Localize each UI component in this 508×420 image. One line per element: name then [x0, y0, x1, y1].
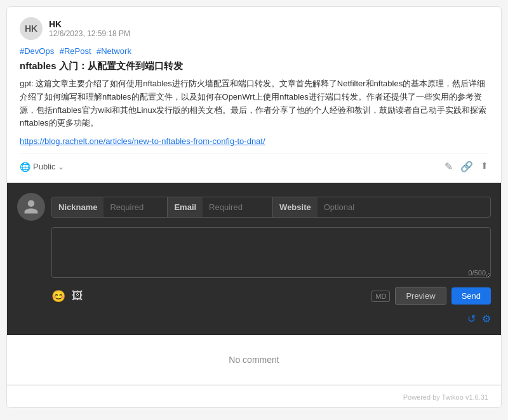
website-field-group: Website — [273, 197, 381, 217]
globe-icon: 🌐 — [20, 162, 30, 172]
tags-row: #DevOps #RePost #Network — [20, 45, 488, 56]
website-input[interactable] — [318, 197, 381, 217]
toolbar-row: 😊 🖼 MD Preview Send — [51, 287, 491, 305]
footer-section: Powered by Twikoo v1.6.31 — [7, 385, 501, 407]
main-container: HK HK 12/6/2023, 12:59:18 PM #DevOps #Re… — [6, 6, 502, 408]
tag-devops[interactable]: #DevOps — [20, 46, 54, 56]
emoji-icon[interactable]: 😊 — [51, 289, 65, 303]
edit-icon[interactable]: ✎ — [444, 161, 453, 173]
nickname-label: Nickname — [52, 197, 104, 217]
email-input[interactable] — [203, 197, 272, 217]
visibility-badge[interactable]: 🌐 Public ⌄ — [20, 162, 64, 172]
author-name: HK — [49, 19, 130, 29]
share-icon[interactable]: ⬆ — [481, 161, 488, 173]
comment-fields-row: Nickname Email Website — [17, 193, 491, 221]
comment-avatar — [17, 193, 45, 221]
footer-text: Powered by Twikoo v1.6.31 — [403, 393, 488, 401]
textarea-wrapper: 0/500 — [51, 227, 491, 280]
refresh-icon[interactable]: ↺ — [467, 313, 476, 325]
tag-repost[interactable]: #RePost — [60, 46, 91, 56]
visibility-row: 🌐 Public ⌄ ✎ 🔗 ⬆ — [20, 154, 488, 173]
no-comment-text: No comment — [229, 355, 279, 365]
website-label: Website — [273, 197, 318, 217]
comment-textarea[interactable] — [51, 227, 491, 278]
link-icon[interactable]: 🔗 — [460, 161, 473, 173]
email-field-group: Email — [168, 197, 273, 217]
gear-icon[interactable]: ⚙ — [482, 313, 491, 325]
nickname-input[interactable] — [104, 197, 167, 217]
comment-form: Nickname Email Website 0/500 — [17, 193, 491, 325]
tag-network[interactable]: #Network — [97, 46, 131, 56]
input-fields-row: Nickname Email Website — [51, 197, 491, 218]
toolbar-right: MD Preview Send — [371, 287, 491, 305]
preview-button[interactable]: Preview — [395, 287, 446, 305]
md-badge: MD — [371, 291, 390, 302]
char-count: 0/500 — [468, 269, 486, 277]
avatar: HK — [20, 17, 43, 40]
settings-row: ↺ ⚙ — [17, 313, 491, 325]
author-info: HK 12/6/2023, 12:59:18 PM — [49, 19, 130, 38]
toolbar-left: 😊 🖼 — [51, 289, 83, 303]
nickname-field-group: Nickname — [52, 197, 168, 217]
email-label: Email — [168, 197, 203, 217]
author-row: HK HK 12/6/2023, 12:59:18 PM — [20, 17, 488, 40]
send-button[interactable]: Send — [451, 287, 491, 305]
post-body: gpt: 这篇文章主要介绍了如何使用nftables进行防火墙配置和端口转发。文… — [20, 77, 488, 130]
comment-section: Nickname Email Website 0/500 — [7, 183, 501, 335]
chevron-icon: ⌄ — [58, 162, 64, 171]
post-title: nftables 入门：从配置文件到端口转发 — [20, 60, 488, 72]
action-icons: ✎ 🔗 ⬆ — [444, 161, 488, 173]
visibility-label: Public — [33, 162, 55, 171]
no-comment-section: No comment — [7, 335, 501, 384]
post-time: 12/6/2023, 12:59:18 PM — [49, 29, 130, 38]
image-icon[interactable]: 🖼 — [72, 289, 83, 303]
post-section: HK HK 12/6/2023, 12:59:18 PM #DevOps #Re… — [7, 7, 501, 183]
post-link[interactable]: https://blog.rachelt.one/articles/new-to… — [20, 136, 488, 146]
